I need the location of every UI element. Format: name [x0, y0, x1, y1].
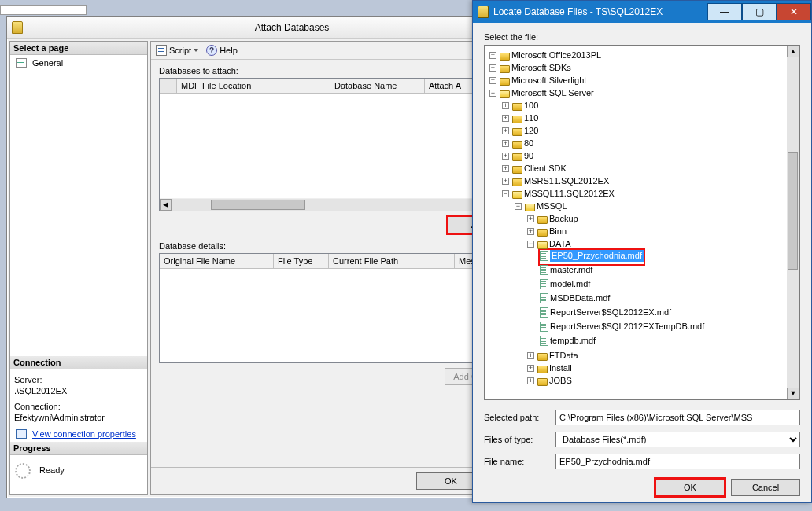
files-of-type-select[interactable]: Database Files(*.mdf) [555, 432, 800, 447]
tree-node[interactable]: FTData [549, 350, 578, 362]
expand-icon[interactable]: + [502, 153, 509, 160]
folder-open-icon [525, 204, 535, 211]
col-original-file-name[interactable]: Original File Name [160, 254, 274, 268]
tree-node[interactable]: Install [549, 362, 572, 374]
row-header-cell [160, 79, 177, 93]
tree-node[interactable]: 100 [524, 100, 538, 112]
tree-file-selected[interactable]: EP50_Przychodnia.mdf [550, 250, 644, 262]
folder-icon [537, 353, 548, 361]
attach-title-text: Attach Databases [255, 22, 330, 33]
expand-icon[interactable]: + [502, 140, 509, 147]
expand-icon[interactable]: + [502, 127, 509, 134]
expand-icon[interactable]: + [527, 377, 534, 384]
tree-node[interactable]: Binn [549, 226, 567, 237]
expand-icon[interactable]: + [489, 52, 496, 59]
expand-icon[interactable]: + [527, 228, 534, 235]
database-icon [478, 6, 489, 18]
file-name-label: File name: [484, 457, 551, 466]
scroll-down-arrow[interactable]: ▼ [787, 388, 799, 399]
script-label: Script [169, 46, 191, 55]
col-database-name[interactable]: Database Name [330, 79, 425, 93]
folder-open-icon [537, 241, 548, 249]
folder-icon [537, 216, 548, 224]
tree-file[interactable]: tempdb.mdf [550, 335, 596, 347]
help-button[interactable]: ? Help [206, 45, 238, 56]
file-tree[interactable]: + Microsoft Office2013PL + Microsoft SDK… [485, 46, 787, 399]
vertical-scrollbar[interactable]: ▲ ▼ [787, 46, 799, 399]
folder-icon [537, 378, 548, 386]
scroll-up-arrow[interactable]: ▲ [787, 46, 799, 57]
tree-file[interactable]: MSDBData.mdf [550, 292, 610, 304]
expand-icon[interactable]: + [489, 64, 496, 72]
selected-path-input[interactable] [555, 410, 800, 425]
collapse-icon[interactable]: − [502, 190, 509, 197]
view-connection-properties-link[interactable]: View connection properties [32, 429, 136, 439]
collapse-icon[interactable]: − [489, 90, 496, 97]
tree-file[interactable]: ReportServer$SQL2012EX.mdf [550, 307, 671, 318]
database-icon [12, 21, 23, 34]
tree-node[interactable]: MSRS11.SQL2012EX [524, 175, 609, 187]
tree-node[interactable]: 120 [524, 125, 538, 137]
tree-node[interactable]: Microsoft SQL Server [511, 87, 594, 99]
tree-node[interactable]: Client SDK [524, 163, 567, 175]
col-current-file-path[interactable]: Current File Path [329, 254, 455, 268]
locate-ok-button[interactable]: OK [655, 479, 725, 496]
col-mdf-location[interactable]: MDF File Location [177, 79, 330, 93]
tree-file[interactable]: model.mdf [550, 278, 590, 290]
file-name-input[interactable] [555, 454, 800, 469]
server-value: .\SQL2012EX [14, 386, 143, 395]
tree-node[interactable]: Microsoft Silverlight [511, 75, 586, 86]
folder-icon [537, 366, 548, 373]
tree-file[interactable]: ReportServer$SQL2012EXTempDB.mdf [550, 321, 704, 333]
files-of-type-label: Files of type: [484, 435, 551, 444]
folder-icon [512, 166, 522, 174]
minimize-button[interactable]: — [707, 3, 742, 20]
page-general[interactable]: General [14, 57, 143, 68]
scroll-thumb[interactable] [788, 152, 798, 270]
collapse-icon[interactable]: − [515, 203, 522, 210]
tree-file[interactable]: master.mdf [550, 264, 592, 276]
expand-icon[interactable]: + [489, 77, 496, 84]
locate-files-window: Locate Database Files - TS\SQL2012EX — ▢… [472, 0, 812, 503]
expand-icon[interactable]: + [502, 165, 509, 172]
expand-icon[interactable]: + [527, 365, 534, 372]
locate-titlebar[interactable]: Locate Database Files - TS\SQL2012EX — ▢… [473, 1, 811, 23]
tree-node[interactable]: MSSQL11.SQL2012EX [524, 188, 615, 200]
folder-icon [512, 128, 522, 136]
expand-icon[interactable]: + [502, 178, 509, 185]
expand-icon[interactable]: + [527, 215, 534, 222]
file-icon [540, 265, 548, 275]
script-icon [156, 45, 167, 56]
col-file-type[interactable]: File Type [274, 254, 329, 268]
scroll-left-arrow[interactable]: ◀ [160, 199, 172, 211]
tree-node[interactable]: DATA [549, 238, 571, 250]
locate-title-text: Locate Database Files - TS\SQL2012EX [493, 6, 663, 17]
expand-icon[interactable]: + [527, 352, 534, 359]
expand-icon[interactable]: + [502, 102, 509, 109]
tree-node[interactable]: MSSQL [537, 200, 567, 212]
tree-node[interactable]: JOBS [549, 375, 572, 387]
tree-node[interactable]: Backup [549, 213, 578, 225]
folder-icon [500, 53, 510, 61]
tree-node[interactable]: Microsoft Office2013PL [511, 50, 601, 61]
script-button[interactable]: Script [156, 45, 198, 56]
collapse-icon[interactable]: − [527, 241, 534, 248]
file-icon [540, 279, 548, 289]
folder-icon [512, 116, 522, 123]
server-label: Server: [14, 375, 143, 384]
expand-icon[interactable]: + [502, 115, 509, 122]
connection-label: Connection: [14, 402, 143, 411]
help-icon: ? [206, 45, 217, 56]
help-label: Help [220, 46, 238, 55]
locate-cancel-button[interactable]: Cancel [731, 479, 800, 496]
tree-node[interactable]: Microsoft SDKs [511, 62, 571, 74]
tree-node[interactable]: 80 [524, 138, 533, 149]
file-icon [540, 293, 548, 303]
tree-node[interactable]: 110 [524, 112, 538, 124]
scroll-thumb[interactable] [211, 200, 305, 210]
maximize-button[interactable]: ▢ [742, 3, 777, 20]
folder-open-icon [512, 191, 522, 199]
close-button[interactable]: ✕ [777, 3, 811, 20]
folder-icon [512, 141, 522, 149]
tree-node[interactable]: 90 [524, 150, 533, 162]
